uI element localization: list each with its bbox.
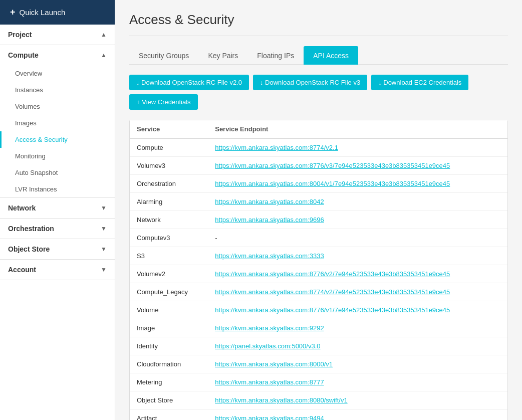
sidebar-section-object-store: Object Store ▼ [0, 239, 115, 260]
endpoint-cell[interactable]: https://kvm.ankara.skyatlas.com:8777 [208, 373, 507, 391]
endpoint-link[interactable]: https://kvm.ankara.skyatlas.com:8000/v1 [215, 360, 333, 368]
endpoint-cell[interactable]: https://kvm.ankara.skyatlas.com:9494 [208, 409, 507, 421]
table-row: Artifacthttps://kvm.ankara.skyatlas.com:… [130, 409, 507, 421]
sidebar-section-header-orchestration[interactable]: Orchestration ▼ [0, 219, 115, 239]
endpoint-cell[interactable]: https://kvm.ankara.skyatlas.com:8000/v1 [208, 355, 507, 373]
sidebar-item-auto-snapshot[interactable]: Auto Snapshot [0, 164, 115, 181]
compute-nav-items: Overview Instances Volumes Images Access… [0, 65, 115, 197]
quick-launch-button[interactable]: + Quick Launch [0, 0, 115, 25]
tab-security-groups[interactable]: Security Groups [129, 46, 198, 65]
view-credentials-button[interactable]: + View Credentials [129, 94, 198, 110]
endpoint-cell: - [208, 229, 507, 247]
plus-icon: + [10, 7, 16, 18]
tab-key-pairs[interactable]: Key Pairs [198, 46, 247, 65]
chevron-down-icon-account: ▼ [101, 266, 107, 273]
sidebar-section-label-orchestration: Orchestration [8, 225, 54, 233]
table-row: Volumehttps://kvm.ankara.skyatlas.com:87… [130, 301, 507, 319]
sidebar-item-instances[interactable]: Instances [0, 82, 115, 98]
table-row: Meteringhttps://kvm.ankara.skyatlas.com:… [130, 373, 507, 391]
table-row: Compute_Legacyhttps://kvm.ankara.skyatla… [130, 283, 507, 301]
quick-launch-label: Quick Launch [20, 8, 66, 17]
service-cell: Volumev2 [130, 265, 208, 283]
api-access-table: Service Service Endpoint Computehttps://… [130, 120, 507, 420]
service-cell: Volume [130, 301, 208, 319]
endpoint-link[interactable]: https://kvm.ankara.skyatlas.com:8774/v2.… [215, 144, 338, 151]
endpoint-cell[interactable]: https://kvm.ankara.skyatlas.com:8774/v2/… [208, 283, 507, 301]
chevron-down-icon-object-store: ▼ [101, 246, 107, 253]
sidebar-item-overview[interactable]: Overview [0, 65, 115, 82]
endpoint-link[interactable]: https://kvm.ankara.skyatlas.com:3333 [215, 252, 324, 260]
endpoint-cell[interactable]: https://kvm.ankara.skyatlas.com:8776/v3/… [208, 157, 507, 175]
endpoint-link[interactable]: https://kvm.ankara.skyatlas.com:9292 [215, 324, 324, 332]
endpoint-cell[interactable]: https://kvm.ankara.skyatlas.com:8080/swi… [208, 391, 507, 409]
api-access-table-container: Service Service Endpoint Computehttps://… [129, 120, 508, 420]
main-content: Access & Security Security Groups Key Pa… [115, 0, 522, 420]
endpoint-link[interactable]: https://panel.skyatlas.com:5000/v3.0 [215, 342, 320, 350]
sidebar-item-access-security[interactable]: Access & Security [0, 131, 115, 148]
endpoint-link[interactable]: https://kvm.ankara.skyatlas.com:8042 [215, 198, 324, 205]
service-cell: Metering [130, 373, 208, 391]
service-cell: Alarming [130, 193, 208, 211]
endpoint-link[interactable]: https://kvm.ankara.skyatlas.com:9696 [215, 216, 324, 224]
endpoint-link[interactable]: https://kvm.ankara.skyatlas.com:8776/v2/… [215, 270, 450, 278]
sidebar-item-volumes[interactable]: Volumes [0, 98, 115, 115]
sidebar-section-network: Network ▼ [0, 198, 115, 219]
service-cell: Computev3 [130, 229, 208, 247]
endpoint-cell[interactable]: https://kvm.ankara.skyatlas.com:9292 [208, 319, 507, 337]
table-row: Cloudformationhttps://kvm.ankara.skyatla… [130, 355, 507, 373]
endpoint-cell[interactable]: https://kvm.ankara.skyatlas.com:8042 [208, 193, 507, 211]
table-row: Imagehttps://kvm.ankara.skyatlas.com:929… [130, 319, 507, 337]
sidebar-section-header-account[interactable]: Account ▼ [0, 260, 115, 280]
table-row: Orchestrationhttps://kvm.ankara.skyatlas… [130, 175, 507, 193]
endpoint-cell[interactable]: https://kvm.ankara.skyatlas.com:8004/v1/… [208, 175, 507, 193]
sidebar-section-label-compute: Compute [8, 51, 39, 59]
sidebar-item-images[interactable]: Images [0, 115, 115, 131]
sidebar-section-header-compute[interactable]: Compute ▲ [0, 45, 115, 65]
endpoint-link[interactable]: https://kvm.ankara.skyatlas.com:8776/v1/… [215, 306, 450, 314]
tabs: Security Groups Key Pairs Floating IPs A… [129, 46, 508, 65]
sidebar-section-account: Account ▼ [0, 260, 115, 280]
endpoint-cell[interactable]: https://kvm.ankara.skyatlas.com:3333 [208, 247, 507, 265]
endpoint-link[interactable]: https://kvm.ankara.skyatlas.com:8004/v1/… [215, 180, 450, 187]
download-rc-v3-button[interactable]: ↓ Download OpenStack RC File v3 [253, 75, 367, 90]
service-cell: Identity [130, 337, 208, 355]
service-cell: Compute_Legacy [130, 283, 208, 301]
sidebar-item-lvr-instances[interactable]: LVR Instances [0, 181, 115, 197]
endpoint-cell[interactable]: https://kvm.ankara.skyatlas.com:8776/v2/… [208, 265, 507, 283]
chevron-up-icon-compute: ▲ [101, 52, 107, 59]
tab-floating-ips[interactable]: Floating IPs [247, 46, 304, 65]
endpoint-link[interactable]: https://kvm.ankara.skyatlas.com:8080/swi… [215, 396, 347, 404]
sidebar-section-project: Project ▲ [0, 25, 115, 45]
sidebar: + Quick Launch Project ▲ Compute ▲ Overv… [0, 0, 115, 420]
endpoint-cell[interactable]: https://kvm.ankara.skyatlas.com:8774/v2.… [208, 138, 507, 157]
sidebar-section-header-object-store[interactable]: Object Store ▼ [0, 239, 115, 259]
chevron-down-icon-orchestration: ▼ [101, 225, 107, 232]
tab-api-access[interactable]: API Access [304, 46, 358, 65]
endpoint-link[interactable]: https://kvm.ankara.skyatlas.com:8777 [215, 378, 324, 386]
endpoint-link[interactable]: https://kvm.ankara.skyatlas.com:8776/v3/… [215, 162, 450, 169]
endpoint-link[interactable]: https://kvm.ankara.skyatlas.com:9494 [215, 414, 324, 420]
service-cell: Volumev3 [130, 157, 208, 175]
sidebar-section-label-network: Network [8, 204, 36, 212]
table-row: Alarminghttps://kvm.ankara.skyatlas.com:… [130, 193, 507, 211]
table-row: Volumev3https://kvm.ankara.skyatlas.com:… [130, 157, 507, 175]
download-rc-v2-button[interactable]: ↓ Download OpenStack RC File v2.0 [129, 75, 249, 90]
table-row: Identityhttps://panel.skyatlas.com:5000/… [130, 337, 507, 355]
sidebar-section-header-project[interactable]: Project ▲ [0, 25, 115, 45]
endpoint-cell[interactable]: https://panel.skyatlas.com:5000/v3.0 [208, 337, 507, 355]
title-divider [129, 36, 508, 36]
table-row: Computehttps://kvm.ankara.skyatlas.com:8… [130, 138, 507, 157]
sidebar-section-label-project: Project [8, 31, 32, 39]
service-cell: Network [130, 211, 208, 229]
download-ec2-button[interactable]: ↓ Download EC2 Credentials [371, 75, 468, 90]
sidebar-item-monitoring[interactable]: Monitoring [0, 148, 115, 164]
endpoint-link[interactable]: https://kvm.ankara.skyatlas.com:8774/v2/… [215, 288, 450, 296]
sidebar-section-header-network[interactable]: Network ▼ [0, 198, 115, 218]
endpoint-cell[interactable]: https://kvm.ankara.skyatlas.com:9696 [208, 211, 507, 229]
table-row: Volumev2https://kvm.ankara.skyatlas.com:… [130, 265, 507, 283]
sidebar-section-orchestration: Orchestration ▼ [0, 219, 115, 239]
endpoint-cell[interactable]: https://kvm.ankara.skyatlas.com:8776/v1/… [208, 301, 507, 319]
toolbar: ↓ Download OpenStack RC File v2.0 ↓ Down… [129, 75, 508, 110]
service-cell: Cloudformation [130, 355, 208, 373]
col-endpoint: Service Endpoint [208, 120, 507, 138]
